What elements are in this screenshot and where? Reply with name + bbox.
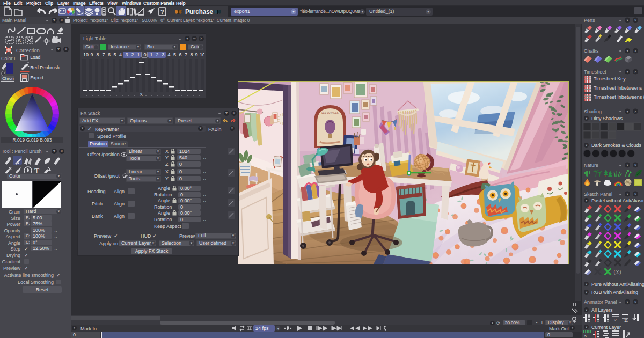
svg-text:Timesheet: Timesheet	[584, 69, 606, 75]
svg-text:4: 4	[167, 52, 170, 57]
svg-text:✕: ✕	[634, 49, 637, 53]
svg-text:9: 9	[90, 52, 93, 57]
svg-text:8: 8	[96, 52, 99, 57]
svg-text:6: 6	[108, 52, 111, 57]
svg-text:✕: ✕	[634, 193, 637, 196]
svg-text:3: 3	[125, 52, 128, 57]
svg-text:9: 9	[195, 52, 197, 57]
svg-text:Sketch Panel: Sketch Panel	[584, 192, 612, 197]
svg-text:7: 7	[102, 52, 105, 57]
svg-text:?: ?	[614, 318, 617, 322]
svg-text:All Layers: All Layers	[591, 307, 613, 313]
svg-text:▼: ▼	[626, 70, 628, 74]
svg-text:2: 2	[131, 52, 134, 57]
svg-text:Purchase: Purchase	[185, 8, 213, 16]
svg-text:▼: ▼	[626, 193, 628, 196]
svg-text:Animator Panel: Animator Panel	[584, 299, 617, 305]
svg-text:0: 0	[143, 52, 146, 57]
svg-text:24 fps: 24 fps	[255, 326, 269, 331]
svg-text:▼: ▼	[585, 199, 588, 202]
svg-text:▼: ▼	[585, 291, 588, 294]
svg-text:✕: ✕	[634, 19, 637, 22]
svg-text:6: 6	[179, 52, 181, 57]
svg-text:▼: ▼	[626, 164, 628, 167]
svg-text:Timesheet Inbetweens (stan: Timesheet Inbetweens (stan	[594, 94, 644, 100]
svg-text:S: S	[18, 38, 21, 43]
svg-text:Load: Load	[30, 55, 40, 60]
svg-text:Export: Export	[30, 75, 43, 80]
svg-text:✕: ✕	[634, 70, 637, 74]
svg-text:▼: ▼	[585, 144, 588, 147]
svg-text:(☉): (☉)	[614, 269, 621, 275]
svg-text:Red Penbrush: Red Penbrush	[30, 65, 60, 70]
svg-text:5: 5	[113, 52, 116, 57]
svg-text:Timesheet Inbetweens: Timesheet Inbetweens	[594, 85, 642, 91]
svg-text:1: 1	[137, 52, 140, 57]
svg-text:▼: ▼	[585, 308, 588, 312]
svg-text:3: 3	[162, 52, 164, 57]
svg-text:Timesheet Key: Timesheet Key	[594, 76, 626, 82]
svg-text:Dirty Shadows: Dirty Shadows	[591, 116, 623, 121]
svg-text:10: 10	[200, 52, 204, 57]
svg-text:✕: ✕	[634, 110, 637, 113]
svg-text:1: 1	[150, 52, 152, 57]
svg-text:Shading: Shading	[584, 109, 602, 114]
svg-text:4: 4	[119, 52, 122, 57]
svg-text:7: 7	[185, 52, 187, 57]
svg-text:5: 5	[584, 334, 587, 338]
svg-text:LES VOYAGES: LES VOYAGES	[321, 112, 338, 114]
svg-text:▼: ▼	[626, 49, 628, 53]
svg-text:▼: ▼	[585, 326, 588, 329]
svg-text:10: 10	[83, 52, 89, 57]
svg-text:2: 2	[156, 52, 158, 57]
svg-text:11: 11	[624, 319, 628, 322]
svg-text:8: 8	[190, 52, 193, 57]
svg-text:?: ?	[160, 9, 164, 15]
svg-text:✕: ✕	[634, 164, 637, 167]
svg-text:▼: ▼	[277, 327, 280, 330]
svg-text:5: 5	[173, 52, 176, 57]
svg-text:RGB with AntiAliasing: RGB with AntiAliasing	[591, 290, 638, 295]
svg-text:▼: ▼	[626, 110, 628, 113]
svg-text:▼: ▼	[585, 283, 588, 286]
svg-text:▼: ▼	[585, 117, 588, 120]
svg-text:Nature: Nature	[584, 163, 598, 168]
svg-text:▼: ▼	[626, 300, 628, 304]
svg-text:Current Layer: Current Layer	[591, 325, 621, 330]
svg-text:Pastel without AntiAliasing: Pastel without AntiAliasing	[591, 198, 644, 203]
svg-text:Pens: Pens	[584, 18, 595, 23]
svg-text:Pure without AntiAliasing: Pure without AntiAliasing	[591, 282, 644, 287]
svg-text:Chalks: Chalks	[584, 48, 599, 54]
svg-text:Dark Smokes & Clouds: Dark Smokes & Clouds	[591, 143, 642, 148]
svg-text:✕: ✕	[634, 300, 637, 304]
svg-text:▼: ▼	[626, 19, 628, 22]
